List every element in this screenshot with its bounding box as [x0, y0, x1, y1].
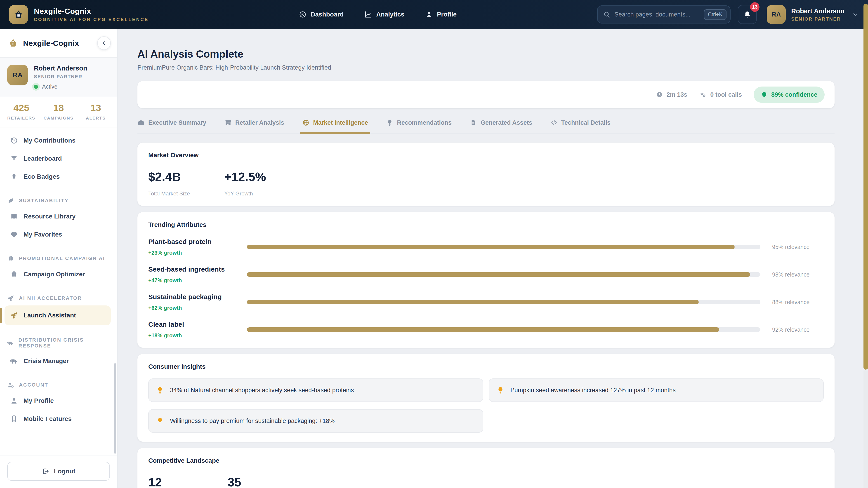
sidebar-item-label: My Favorites	[24, 231, 62, 238]
chevron-left-icon	[101, 40, 107, 46]
page-scrollbar-thumb[interactable]	[864, 4, 868, 369]
stat-label: RETAILERS	[3, 116, 40, 121]
trend-labels: Seed-based ingredients +47% growth	[148, 265, 235, 284]
smartphone-icon	[10, 415, 18, 423]
trend-growth: +23% growth	[148, 250, 235, 256]
lightbulb-icon	[496, 386, 504, 394]
section-label: ACCOUNT	[19, 382, 49, 388]
global-search[interactable]: Ctrl+K	[597, 5, 731, 24]
notification-count-badge: 13	[750, 2, 760, 12]
sidebar-item-launch-assistant[interactable]: Launch Assistant	[4, 305, 111, 325]
relevance-bar-fill	[247, 245, 735, 249]
stat-value: 18	[40, 103, 77, 113]
sidebar-item-eco-badges[interactable]: Eco Badges	[4, 168, 111, 185]
sidebar-header: Nexgile-Cognix	[0, 29, 117, 58]
confidence-value: 89% confidence	[771, 91, 817, 98]
sidebar-item-campaign-optimizer[interactable]: Campaign Optimizer	[4, 266, 111, 283]
logout-button[interactable]: Logout	[7, 462, 110, 481]
analysis-tabs: Executive SummaryRetailer AnalysisMarket…	[137, 119, 835, 133]
analysis-meta-bar: 2m 13s 0 tool calls 89% confidence	[137, 81, 835, 108]
card-title: Trending Attributes	[148, 221, 824, 228]
sidebar-item-crisis-manager[interactable]: Crisis Manager	[4, 352, 111, 369]
tab-executive-summary[interactable]: Executive Summary	[137, 119, 206, 133]
stat-label: Total Market Size	[148, 191, 190, 197]
card-title: Consumer Insights	[148, 363, 824, 370]
user-name: Robert Anderson	[791, 7, 844, 15]
card-title: Competitive Landscape	[148, 457, 824, 464]
sidebar-item-my-favorites[interactable]: My Favorites	[4, 226, 111, 243]
relevance-bar-track	[247, 327, 761, 332]
page-scrollbar	[864, 0, 868, 488]
logout-icon	[42, 467, 50, 475]
sidebar-item-leaderboard[interactable]: Leaderboard	[4, 150, 111, 167]
relevance-bar-track	[247, 300, 761, 304]
sidebar: Nexgile-Cognix RA Robert Anderson SENIOR…	[0, 29, 118, 488]
stat-value: $2.4B	[148, 170, 190, 184]
sidebar-item-mobile-features[interactable]: Mobile Features	[4, 410, 111, 427]
tab-retailer-analysis[interactable]: Retailer Analysis	[224, 119, 284, 133]
brand-tagline: COGNITIVE AI FOR CPG EXCELLENCE	[34, 17, 149, 22]
store-icon	[224, 119, 232, 126]
relevance-bar-track	[247, 272, 761, 277]
sidebar-stat-alerts: 13 ALERTS	[77, 103, 114, 121]
user-icon	[10, 397, 18, 405]
gears-icon	[699, 91, 707, 98]
award-icon	[10, 173, 18, 181]
notifications-button[interactable]: 13	[738, 5, 757, 24]
sidebar-item-label: Eco Badges	[24, 173, 60, 180]
basket-icon	[13, 9, 24, 20]
trend-relevance: 98% relevance	[772, 271, 824, 278]
trending-row-sustainable-packaging: Sustainable packaging +62% growth 88% re…	[148, 293, 824, 311]
bell-icon	[743, 10, 751, 19]
topnav-item-analytics[interactable]: Analytics	[364, 11, 404, 18]
logout-label: Logout	[54, 468, 75, 475]
chart-icon	[364, 11, 372, 18]
sidebar-item-my-contributions[interactable]: My Contributions	[4, 132, 111, 149]
topnav-item-dashboard[interactable]: Dashboard	[299, 11, 344, 18]
relevance-bar-track	[247, 245, 761, 249]
tab-technical-details[interactable]: Technical Details	[550, 119, 611, 133]
tab-recommendations[interactable]: Recommendations	[386, 119, 452, 133]
lightbulb-icon	[156, 417, 164, 425]
stat-direct-competitors: 12 Direct Competitors	[148, 475, 193, 488]
user-menu[interactable]: RA Robert Anderson SENIOR PARTNER	[767, 5, 859, 24]
sidebar-section-sustainability: SUSTAINABILITY	[7, 197, 111, 204]
sidebar-user-card: RA Robert Anderson SENIOR PARTNER Active	[0, 58, 117, 97]
lightbulb-icon	[156, 386, 164, 394]
stat-value: +12.5%	[224, 170, 266, 184]
user-gear-icon	[7, 381, 14, 389]
sidebar-item-my-profile[interactable]: My Profile	[4, 392, 111, 410]
rocket-icon	[10, 311, 18, 320]
sidebar-user-role: SENIOR PARTNER	[34, 74, 87, 79]
search-icon	[603, 11, 610, 18]
tab-market-intelligence[interactable]: Market Intelligence	[302, 119, 368, 133]
briefcase-icon	[137, 119, 145, 126]
search-input[interactable]	[614, 11, 700, 18]
trend-relevance: 88% relevance	[772, 299, 824, 305]
insight-text: 34% of Natural channel shoppers actively…	[170, 387, 354, 394]
sidebar-item-resource-library[interactable]: Resource Library	[4, 208, 111, 225]
tab-generated-assets[interactable]: Generated Assets	[470, 119, 532, 133]
trend-name: Sustainable packaging	[148, 293, 235, 301]
brain-icon	[10, 270, 18, 278]
topnav-item-profile[interactable]: Profile	[425, 11, 457, 18]
sidebar-collapse-button[interactable]	[97, 36, 111, 50]
sidebar-scrollbar-thumb[interactable]	[114, 363, 116, 454]
brand-logo	[9, 5, 28, 24]
sidebar-section-promotional-campaign-ai: PROMOTIONAL CAMPAIGN AI	[7, 255, 111, 262]
rocket-icon	[7, 295, 14, 302]
file-icon	[470, 119, 477, 126]
page-scrollbar-track[interactable]	[864, 370, 868, 488]
trend-growth: +18% growth	[148, 332, 235, 339]
avatar: RA	[767, 5, 786, 24]
relevance-bar-fill	[247, 272, 750, 277]
heart-icon	[10, 230, 18, 238]
history-icon	[10, 136, 18, 144]
sidebar-item-label: Campaign Optimizer	[24, 271, 85, 278]
user-role: SENIOR PARTNER	[791, 16, 844, 22]
trending-rows: Plant-based protein +23% growth 95% rele…	[148, 238, 824, 339]
leaf-icon	[7, 197, 14, 204]
topnav-item-label: Profile	[437, 11, 457, 18]
competitive-landscape-card: Competitive Landscape 12 Direct Competit…	[137, 448, 835, 488]
truck-icon	[10, 357, 18, 365]
